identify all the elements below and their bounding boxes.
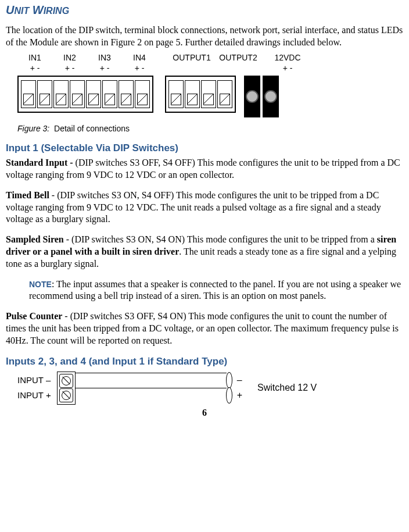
mode-standard-title: Standard Input -: [6, 158, 76, 167]
mode-timed-title: Timed Bell: [6, 190, 49, 200]
label-in1: IN1: [28, 53, 41, 62]
label-12vdc: 12VDC: [274, 53, 300, 62]
page-title: UNIT WIRING: [6, 2, 403, 17]
power-terminal-block: [244, 76, 279, 117]
wire-end-icon: [226, 372, 232, 388]
note-label: NOTE: [29, 280, 52, 289]
label-in1-polarity: + -: [30, 63, 40, 73]
terminal: [201, 80, 216, 108]
mode-sampled: Sampled Siren - (DIP switches S3 ON, S4 …: [6, 234, 403, 270]
figure-caption-text: Detail of connections: [54, 124, 130, 133]
output-terminal-block: [165, 76, 236, 113]
figure-caption-prefix: Figure 3:: [17, 124, 49, 133]
wiring-diagram: INPUT – INPUT + – + Switched 12 V: [17, 372, 403, 405]
screw-terminal: [59, 388, 73, 402]
input-terminal-block: [17, 76, 153, 113]
power-terminal-minus: [263, 76, 279, 117]
figure-caption: Figure 3: Detail of connections: [17, 123, 403, 134]
terminal: [102, 80, 117, 108]
label-in4: IN4: [133, 53, 146, 62]
wire-end-icon: [226, 387, 232, 404]
wire-plus: [76, 388, 227, 404]
terminal: [70, 80, 85, 108]
mode-sampled-body-pre: - (DIP switches S3 ON, S4 ON) This mode …: [64, 234, 377, 244]
note-block: NOTE: The input assumes that a speaker i…: [29, 279, 403, 303]
label-input-minus: INPUT –: [17, 373, 51, 388]
power-terminal-plus: [244, 76, 260, 117]
label-input-plus: INPUT +: [17, 388, 51, 403]
terminal: [119, 80, 134, 108]
mode-pulse-title: Pulse Counter: [6, 311, 62, 321]
label-output1: OUTPUT1: [173, 53, 210, 62]
terminal: [217, 80, 232, 108]
page-number: 6: [6, 407, 403, 419]
terminal: [86, 80, 101, 108]
label-in3: IN3: [98, 53, 111, 62]
mode-timed: Timed Bell - (DIP switches S3 ON, S4 OFF…: [6, 190, 403, 226]
label-in4-polarity: + -: [135, 63, 145, 73]
mode-sampled-title: Sampled Siren: [6, 234, 64, 244]
mode-timed-body: - (DIP switches S3 ON, S4 OFF) This mode…: [6, 190, 381, 224]
terminal: [185, 80, 200, 108]
heading-input1: Input 1 (Selectable Via DIP Switches): [6, 142, 403, 155]
terminal: [53, 80, 69, 108]
screw-terminal-box: [57, 372, 76, 405]
terminal: [135, 80, 150, 108]
label-in2-polarity: + -: [65, 63, 75, 73]
note-body: : The input assumes that a speaker is co…: [29, 279, 401, 301]
label-in3-polarity: + -: [100, 63, 110, 73]
label-output2: OUTPUT2: [219, 53, 257, 62]
label-switched-12v: Switched 12 V: [257, 382, 317, 394]
screw-terminal: [59, 374, 73, 388]
label-in2: IN2: [63, 53, 76, 62]
sign-plus: +: [237, 388, 242, 403]
sign-minus: –: [237, 373, 242, 388]
label-12vdc-polarity: + -: [283, 63, 293, 73]
figure-3: IN1+ - IN2+ - IN3+ - IN4+ - OUTPUT1 OUTP…: [17, 52, 403, 134]
mode-standard: Standard Input - (DIP switches S3 OFF, S…: [6, 157, 403, 181]
mode-pulse: Pulse Counter - (DIP switches S3 OFF, S4…: [6, 310, 403, 347]
terminal: [168, 80, 184, 108]
wire-minus: [76, 373, 227, 388]
heading-inputs234: Inputs 2, 3, and 4 (and Input 1 if Stand…: [6, 355, 403, 368]
mode-pulse-body: - (DIP switches S3 OFF, S4 ON) This mode…: [6, 311, 399, 345]
terminal: [21, 80, 36, 108]
terminal: [37, 80, 52, 108]
intro-paragraph: The location of the DIP switch, terminal…: [6, 24, 403, 49]
